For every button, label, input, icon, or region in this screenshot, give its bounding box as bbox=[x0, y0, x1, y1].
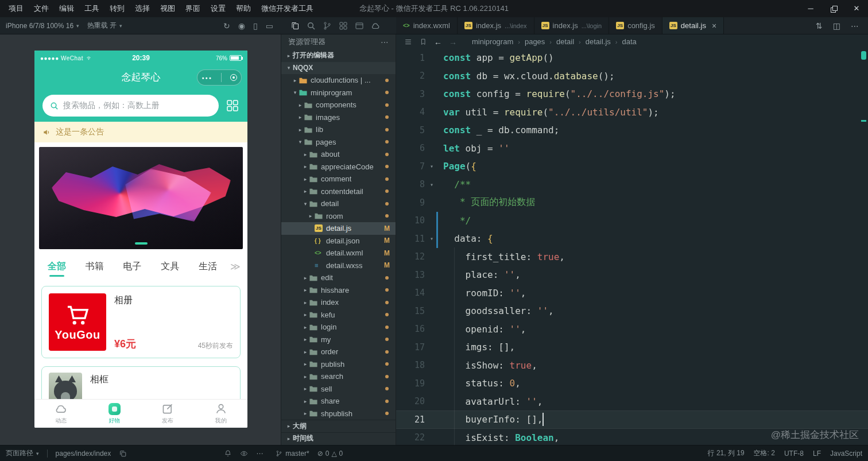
code-line-4[interactable]: 4var util = require("../../utils/util"); bbox=[396, 103, 868, 122]
extensions-icon[interactable] bbox=[339, 21, 348, 30]
menu-编辑[interactable]: 编辑 bbox=[54, 0, 79, 17]
menu-文件[interactable]: 文件 bbox=[29, 0, 54, 17]
tree-item-my[interactable]: ▸my bbox=[281, 334, 396, 346]
code-editor[interactable]: ← → miniprogram›pages›detail›detail.js›d… bbox=[396, 34, 868, 445]
tab-index.js-login[interactable]: JSindex.js...\login bbox=[534, 17, 610, 34]
breadcrumb-item-data[interactable]: data bbox=[622, 37, 637, 46]
tree-item-detail.json[interactable]: { }detail.jsonM bbox=[281, 235, 396, 247]
tabbar-item-好物[interactable]: 好物 bbox=[88, 400, 141, 428]
code-line-6[interactable]: 6let obj = '' bbox=[396, 140, 868, 158]
explorer-view-icon[interactable] bbox=[290, 21, 300, 30]
code-line-20[interactable]: 20 avatarUrl: '', bbox=[396, 393, 868, 411]
tree-item-miniprogram[interactable]: ▾miniprogram bbox=[281, 87, 396, 99]
restart-icon[interactable]: ↻ bbox=[223, 21, 230, 30]
notice-bar[interactable]: 这是一条公告 bbox=[34, 122, 247, 142]
copy-path-icon[interactable] bbox=[119, 450, 127, 458]
category-tab-电子[interactable]: 电子 bbox=[114, 254, 152, 279]
tab-close-icon[interactable]: × bbox=[712, 21, 716, 30]
tree-item-about[interactable]: ▸about bbox=[281, 148, 396, 161]
tree-item-pages[interactable]: ▾pages bbox=[281, 136, 396, 149]
code-line-9[interactable]: 9 * 页面的初始数据 bbox=[396, 193, 868, 212]
minimize-button[interactable]: ─ bbox=[799, 0, 822, 17]
open-editors-section[interactable]: ▸ 打开的编辑器 bbox=[281, 49, 396, 62]
fold-icon[interactable]: ▾ bbox=[425, 163, 439, 169]
tree-item-hisshare[interactable]: ▸hisshare bbox=[281, 284, 396, 297]
code-line-1[interactable]: 1const app = getApp() bbox=[396, 49, 868, 67]
tree-item-contentdetail[interactable]: ▸contentdetail bbox=[281, 185, 396, 198]
tree-item-appreciateCode[interactable]: ▸appreciateCode bbox=[281, 161, 396, 173]
close-miniapp-icon[interactable] bbox=[230, 74, 237, 81]
close-button[interactable]: ✕ bbox=[845, 0, 868, 17]
tabbar-item-发布[interactable]: 发布 bbox=[141, 400, 195, 428]
indentation[interactable]: 空格: 2 bbox=[754, 448, 775, 458]
code-line-12[interactable]: 12 first_title: true, bbox=[396, 248, 868, 266]
tree-item-cloudfunctions-...[interactable]: ▸cloudfunctions | ... bbox=[281, 74, 396, 87]
menu-选择[interactable]: 选择 bbox=[130, 0, 155, 17]
tree-item-share[interactable]: ▸share bbox=[281, 395, 396, 408]
code-line-5[interactable]: 5const _ = db.command; bbox=[396, 121, 868, 140]
back-icon[interactable]: ← bbox=[434, 37, 442, 47]
outline-section[interactable]: ▸ 大纲 bbox=[281, 420, 396, 432]
tree-item-search[interactable]: ▸search bbox=[281, 370, 396, 383]
tab-detail.js[interactable]: JSdetail.js× bbox=[662, 17, 724, 34]
hot-reload-toggle[interactable]: 热重载 开▾ bbox=[87, 21, 122, 30]
code-line-19[interactable]: 19 status: 0, bbox=[396, 374, 868, 393]
code-line-21[interactable]: 21 buyerInfo: [], bbox=[396, 410, 868, 429]
menu-工具[interactable]: 工具 bbox=[79, 0, 104, 17]
breadcrumb-item-miniprogram[interactable]: miniprogram bbox=[472, 37, 513, 46]
tree-item-components[interactable]: ▸components bbox=[281, 99, 396, 111]
code-line-16[interactable]: 16 openid: '', bbox=[396, 320, 868, 339]
language-mode[interactable]: JavaScript bbox=[830, 450, 862, 458]
code-line-8[interactable]: 8▾ /** bbox=[396, 176, 868, 194]
cloud-icon[interactable] bbox=[371, 21, 380, 30]
preview-icon[interactable] bbox=[240, 450, 248, 458]
tree-item-detail[interactable]: ▾detail bbox=[281, 197, 396, 210]
code-line-14[interactable]: 14 roomID: '', bbox=[396, 284, 868, 303]
code-line-13[interactable]: 13 place: '', bbox=[396, 266, 868, 284]
status-more-icon[interactable]: ⋯ bbox=[256, 450, 263, 458]
explorer-more-icon[interactable]: ⋯ bbox=[381, 37, 389, 47]
tree-item-login[interactable]: ▸login bbox=[281, 321, 396, 334]
category-tab-生活[interactable]: 生活 bbox=[189, 254, 227, 279]
category-grid-icon[interactable] bbox=[226, 99, 239, 113]
tree-item-publish[interactable]: ▸publish bbox=[281, 358, 396, 371]
tree-item-lib[interactable]: ▸lib bbox=[281, 123, 396, 136]
code-line-15[interactable]: 15 goodssaller: '', bbox=[396, 302, 868, 320]
tab-index.wxml[interactable]: <>index.wxml bbox=[396, 17, 458, 34]
menu-项目[interactable]: 项目 bbox=[3, 0, 29, 17]
forward-icon[interactable]: → bbox=[449, 37, 457, 47]
list-icon[interactable] bbox=[404, 38, 412, 46]
restore-button[interactable] bbox=[822, 0, 845, 17]
device-selector[interactable]: iPhone 6/7/8 100% 16▾ bbox=[6, 22, 79, 30]
problems-indicator[interactable]: ⊘0 △0 bbox=[317, 450, 343, 458]
breadcrumb-item-detail[interactable]: detail bbox=[556, 37, 574, 46]
phone-orientation-icon[interactable]: ▯ bbox=[253, 21, 258, 30]
bookmark-icon[interactable] bbox=[419, 38, 427, 46]
menu-视图[interactable]: 视图 bbox=[155, 0, 180, 17]
tabbar-item-动态[interactable]: 动态 bbox=[34, 400, 88, 428]
tree-item-images[interactable]: ▸images bbox=[281, 111, 396, 124]
search-icon[interactable] bbox=[307, 21, 316, 30]
menu-设置[interactable]: 设置 bbox=[206, 0, 231, 17]
code-line-7[interactable]: 7▾Page({ bbox=[396, 157, 868, 176]
category-tab-书籍[interactable]: 书籍 bbox=[76, 254, 114, 279]
project-root-section[interactable]: ▾ NQQX bbox=[281, 62, 396, 75]
tree-item-order[interactable]: ▸order bbox=[281, 346, 396, 358]
eol[interactable]: LF bbox=[813, 450, 821, 458]
menu-界面[interactable]: 界面 bbox=[180, 0, 206, 17]
tree-item-kefu[interactable]: ▸kefu bbox=[281, 309, 396, 321]
sync-icon[interactable]: ⇅ bbox=[816, 21, 823, 30]
page-path-selector[interactable]: 页面路径▾ bbox=[6, 448, 39, 458]
git-branch[interactable]: master* bbox=[276, 450, 309, 458]
tree-item-edit[interactable]: ▸edit bbox=[281, 272, 396, 284]
category-tab-全部[interactable]: 全部 bbox=[38, 254, 76, 279]
record-icon[interactable]: ◉ bbox=[238, 21, 245, 30]
breadcrumb-item-detail.js[interactable]: detail.js bbox=[586, 37, 611, 46]
code-line-10[interactable]: 10 */ bbox=[396, 212, 868, 230]
banner-carousel[interactable] bbox=[39, 147, 243, 249]
tree-item-room[interactable]: ▸room bbox=[281, 210, 396, 223]
tree-item-detail.wxss[interactable]: ≡detail.wxssM bbox=[281, 259, 396, 272]
menu-微信开发者工具[interactable]: 微信开发者工具 bbox=[256, 0, 319, 17]
code-area[interactable]: 1const app = getApp()2const db = wx.clou… bbox=[396, 49, 868, 445]
breadcrumb-item-pages[interactable]: pages bbox=[525, 37, 545, 46]
